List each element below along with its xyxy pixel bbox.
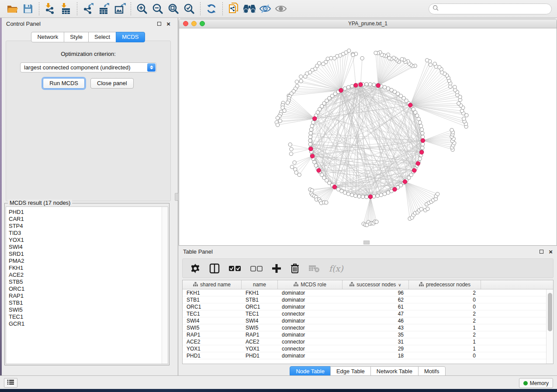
- open-file-icon[interactable]: [4, 2, 20, 16]
- result-node-item[interactable]: SRD1: [6, 251, 168, 258]
- cell-predecessor-nodes: 1: [409, 324, 481, 331]
- column-type-icon: [294, 282, 298, 288]
- export-network-icon[interactable]: [80, 2, 96, 16]
- result-node-item[interactable]: SWI5: [6, 306, 168, 313]
- network-window-titlebar[interactable]: YPA_prune.txt_1: [179, 19, 557, 28]
- result-node-item[interactable]: GCR1: [6, 320, 168, 327]
- result-node-item[interactable]: PMA2: [6, 258, 168, 265]
- vertical-splitter[interactable]: [175, 18, 179, 375]
- table-scrollbar[interactable]: [546, 289, 553, 364]
- memory-button[interactable]: Memory: [519, 378, 553, 388]
- cell-name: STB1: [242, 296, 278, 303]
- cell-successor-nodes: 18: [343, 352, 409, 359]
- search-input[interactable]: [439, 5, 551, 14]
- split-columns-icon[interactable]: [209, 263, 220, 274]
- cell-successor-nodes: 62: [343, 296, 409, 303]
- control-panel: Control Panel × NetworkStyleSelectMCDS O…: [2, 18, 175, 375]
- result-node-item[interactable]: ACE2: [6, 272, 168, 279]
- result-node-item[interactable]: FKH1: [6, 265, 168, 272]
- result-node-item[interactable]: RAP1: [6, 292, 168, 299]
- trash-icon[interactable]: [291, 263, 299, 274]
- cell-successor-nodes: 96: [343, 289, 409, 296]
- network-canvas[interactable]: [179, 28, 557, 246]
- network-view-window: YPA_prune.txt_1: [179, 19, 557, 246]
- column-header-name[interactable]: name: [242, 280, 278, 289]
- result-node-item[interactable]: STP4: [6, 223, 168, 230]
- table-row[interactable]: TEC1TEC1connector472: [183, 310, 546, 317]
- plus-icon[interactable]: [272, 264, 281, 273]
- zoom-in-icon[interactable]: [134, 2, 150, 16]
- vertical-splitter-handle[interactable]: [175, 193, 178, 201]
- minimize-window-icon[interactable]: [191, 21, 197, 26]
- cell-shared-name: RAP1: [183, 331, 242, 338]
- import-table-icon[interactable]: [58, 2, 74, 16]
- criterion-dropdown[interactable]: largest connected component (undirected): [20, 62, 156, 72]
- close-panel-button[interactable]: Close panel: [90, 78, 134, 89]
- result-node-item[interactable]: SWI4: [6, 244, 168, 251]
- zoom-out-icon[interactable]: [150, 2, 166, 16]
- table-row[interactable]: ORC1ORC1dominator610: [183, 303, 546, 310]
- result-node-item[interactable]: STB5: [6, 279, 168, 285]
- result-node-item[interactable]: STB1: [6, 299, 168, 306]
- export-image-icon[interactable]: [112, 2, 128, 16]
- close-window-icon[interactable]: [183, 21, 188, 26]
- tab-network[interactable]: Network: [31, 32, 64, 42]
- cell-name: SWI4: [242, 317, 278, 324]
- column-header-filler: [481, 280, 553, 289]
- search-box[interactable]: [429, 3, 552, 14]
- result-node-item[interactable]: TID3: [6, 230, 168, 237]
- close-table-panel-icon[interactable]: ×: [549, 248, 553, 255]
- result-node-item[interactable]: ORC1: [6, 285, 168, 292]
- tab-select[interactable]: Select: [88, 32, 116, 42]
- task-history-button[interactable]: [4, 378, 17, 388]
- cell-MCDS-role: connector: [278, 338, 343, 345]
- import-network-icon[interactable]: [42, 2, 58, 16]
- float-panel-icon[interactable]: [157, 22, 161, 26]
- table-row[interactable]: RAP1RAP1dominator352: [183, 331, 546, 338]
- column-header-predecessor-nodes[interactable]: predecessor nodes: [409, 280, 481, 289]
- criterion-selected-value: largest connected component (undirected): [24, 64, 131, 71]
- cell-MCDS-role: dominator: [278, 303, 343, 310]
- table-row[interactable]: FKH1FKH1dominator962: [183, 289, 546, 296]
- table-row[interactable]: STB1STB1dominator620: [183, 296, 546, 303]
- zoom-selected-icon[interactable]: [181, 2, 197, 16]
- result-node-item[interactable]: PHD1: [6, 209, 168, 216]
- column-header-successor-nodes[interactable]: successor nodes∨: [343, 280, 409, 289]
- binoculars-icon[interactable]: [242, 2, 257, 16]
- hide-eye-icon[interactable]: [257, 2, 273, 16]
- cell-predecessor-nodes: 2: [409, 331, 481, 338]
- zoom-fit-icon[interactable]: [166, 2, 181, 16]
- unchecked-boxes-icon[interactable]: [250, 265, 263, 272]
- delete-table-icon: [308, 265, 320, 272]
- table-row[interactable]: SWI4SWI4dominator462: [183, 317, 546, 324]
- column-header-shared-name[interactable]: shared name: [183, 280, 242, 289]
- checked-boxes-icon[interactable]: [229, 265, 241, 272]
- result-node-item[interactable]: YOX1: [6, 237, 168, 244]
- float-table-panel-icon[interactable]: [540, 250, 543, 254]
- maximize-window-icon[interactable]: [200, 21, 205, 26]
- save-session-icon[interactable]: [20, 2, 36, 16]
- table-row[interactable]: ACE2ACE2connector311: [183, 338, 546, 345]
- refresh-icon[interactable]: [204, 2, 219, 16]
- tab-style[interactable]: Style: [64, 32, 89, 42]
- result-node-item[interactable]: TEC1: [6, 313, 168, 320]
- export-table-icon[interactable]: [96, 2, 112, 16]
- show-eye-icon[interactable]: [273, 2, 289, 16]
- column-header-MCDS-role[interactable]: MCDS role: [278, 280, 343, 289]
- cell-successor-nodes: 29: [343, 345, 409, 352]
- network-document-icon[interactable]: [226, 2, 242, 16]
- table-row[interactable]: SWI5SWI5connector431: [183, 324, 546, 331]
- horizontal-splitter-handle[interactable]: [363, 241, 370, 244]
- close-panel-icon[interactable]: ×: [166, 21, 170, 27]
- result-list-scrollbar[interactable]: [162, 207, 168, 364]
- run-mcds-button[interactable]: Run MCDS: [43, 78, 85, 89]
- cell-shared-name: ACE2: [183, 338, 242, 345]
- table-row[interactable]: PHD1PHD1dominator180: [183, 352, 546, 359]
- mcds-result-list[interactable]: PHD1CAR1STP4TID3YOX1SWI4SRD1PMA2FKH1ACE2…: [6, 206, 168, 364]
- table-row[interactable]: YOX1YOX1connector291: [183, 345, 546, 352]
- result-node-item[interactable]: CAR1: [6, 216, 168, 223]
- cell-successor-nodes: 61: [343, 303, 409, 310]
- gear-icon[interactable]: [190, 264, 200, 273]
- table-scrollbar-thumb[interactable]: [548, 293, 552, 331]
- tab-mcds[interactable]: MCDS: [116, 32, 145, 42]
